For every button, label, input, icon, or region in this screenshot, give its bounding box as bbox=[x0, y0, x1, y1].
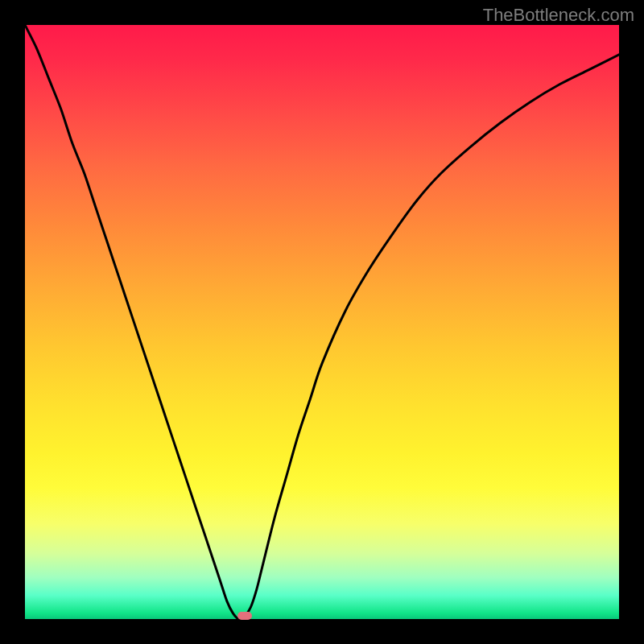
chart-curve bbox=[25, 25, 619, 619]
watermark-text: TheBottleneck.com bbox=[483, 5, 634, 26]
chart-marker-dot bbox=[237, 612, 252, 620]
chart-plot-area bbox=[25, 25, 619, 619]
